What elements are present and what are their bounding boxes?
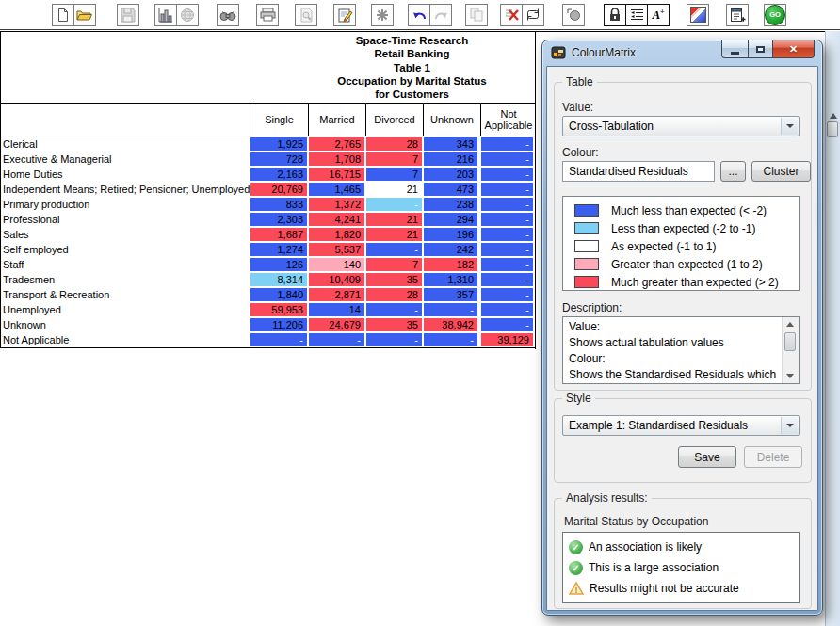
chevron-down-icon[interactable] <box>781 417 798 434</box>
table-cell[interactable]: - <box>250 333 307 346</box>
description-scrollbar[interactable] <box>782 317 799 383</box>
row-label[interactable]: Sales <box>3 227 29 242</box>
table-cell[interactable]: - <box>481 303 533 316</box>
row-label[interactable]: Self employed <box>3 242 69 257</box>
table-cell[interactable]: 728 <box>250 152 307 166</box>
desc-scroll-up-icon[interactable] <box>783 317 798 331</box>
close-button[interactable]: ✕ <box>772 40 815 58</box>
vertical-scrollbar[interactable] <box>825 31 840 626</box>
tools-button[interactable] <box>371 4 394 26</box>
table-cell[interactable]: 28 <box>366 288 422 301</box>
globe-button[interactable] <box>176 4 199 26</box>
table-cell[interactable]: 21 <box>366 213 422 226</box>
chevron-down-icon[interactable] <box>781 118 798 135</box>
new-document-button[interactable] <box>52 4 74 26</box>
colour-browse-button[interactable]: ... <box>720 161 746 182</box>
undo-button[interactable] <box>408 4 430 26</box>
table-cell[interactable]: 24,679 <box>309 318 364 331</box>
copy-button[interactable] <box>465 4 488 26</box>
table-cell[interactable]: - <box>309 333 364 346</box>
table-cell[interactable]: - <box>366 303 422 316</box>
row-label[interactable]: Staff <box>3 257 24 272</box>
table-cell[interactable]: 473 <box>424 183 477 196</box>
desc-scroll-down-icon[interactable] <box>783 369 798 383</box>
find-button[interactable] <box>217 4 239 26</box>
table-cell[interactable]: - <box>481 168 533 181</box>
table-cell[interactable]: 8,314 <box>250 273 307 286</box>
table-cell[interactable]: 2,765 <box>309 137 364 151</box>
table-cell[interactable]: 1,274 <box>250 243 307 256</box>
table-cell[interactable]: - <box>481 213 533 226</box>
delete-button[interactable]: Delete <box>744 446 802 468</box>
table-cell[interactable]: - <box>481 288 533 301</box>
table-cell[interactable]: 20,769 <box>250 183 307 196</box>
delete-selection-button[interactable] <box>500 4 523 26</box>
row-label[interactable]: Tradesmen <box>3 272 55 287</box>
save-button[interactable] <box>117 4 139 26</box>
table-cell[interactable]: 7 <box>366 152 422 166</box>
table-cell[interactable]: 203 <box>424 168 477 181</box>
table-cell[interactable]: 39,129 <box>481 333 533 346</box>
table-cell[interactable]: - <box>481 152 533 166</box>
lock-button[interactable] <box>604 4 626 26</box>
add-report-button[interactable] <box>726 4 749 26</box>
row-label[interactable]: Transport & Recreation <box>3 287 109 302</box>
table-cell[interactable]: - <box>424 303 477 316</box>
table-cell[interactable]: 21 <box>366 228 422 241</box>
table-cell[interactable]: 196 <box>424 228 477 241</box>
table-cell[interactable]: 28 <box>366 137 422 151</box>
cluster-button[interactable]: Cluster <box>751 161 811 182</box>
table-cell[interactable]: - <box>481 198 533 211</box>
table-cell[interactable]: - <box>366 333 422 346</box>
save-button[interactable]: Save <box>678 446 736 468</box>
desc-scroll-thumb[interactable] <box>784 332 796 351</box>
table-cell[interactable]: 16,715 <box>309 168 364 181</box>
table-cell[interactable]: 1,820 <box>309 228 364 241</box>
row-label[interactable]: Unemployed <box>3 302 61 317</box>
table-cell[interactable]: 2,303 <box>250 213 307 226</box>
colourmatrix-button[interactable] <box>687 4 709 26</box>
font-size-button[interactable]: A+ <box>647 4 670 26</box>
table-cell[interactable]: 1,687 <box>250 228 307 241</box>
table-cell[interactable]: 35 <box>366 273 422 286</box>
table-cell[interactable]: 242 <box>424 243 477 256</box>
table-cell[interactable]: - <box>481 273 533 286</box>
table-cell[interactable]: - <box>481 137 533 151</box>
column-header-married[interactable]: Married <box>308 104 365 136</box>
row-label[interactable]: Executive & Managerial <box>3 152 112 167</box>
table-cell[interactable]: 5,537 <box>309 243 364 256</box>
bar-chart-button[interactable] <box>154 4 177 26</box>
open-file-button[interactable] <box>73 4 96 26</box>
table-cell[interactable]: 21 <box>366 183 422 196</box>
row-label[interactable]: Home Duties <box>3 167 63 182</box>
table-cell[interactable]: 357 <box>424 288 477 301</box>
row-label[interactable]: Primary production <box>3 197 89 212</box>
table-cell[interactable]: 7 <box>366 258 422 271</box>
row-label[interactable]: Professional <box>3 212 60 227</box>
table-cell[interactable]: 38,942 <box>424 318 477 331</box>
minimize-button[interactable] <box>721 40 749 58</box>
table-cell[interactable]: - <box>481 183 533 196</box>
row-label[interactable]: Independent Means; Retired; Pensioner; U… <box>3 182 250 197</box>
table-cell[interactable]: 35 <box>366 318 422 331</box>
table-cell[interactable]: 2,871 <box>309 288 364 301</box>
column-header-single[interactable]: Single <box>250 104 308 136</box>
table-cell[interactable]: 1,925 <box>250 137 307 151</box>
maximize-button[interactable] <box>748 40 773 58</box>
transpose-table-button[interactable] <box>522 4 544 26</box>
dialog-titlebar[interactable]: ColourMatrix <box>551 45 636 60</box>
table-cell[interactable]: - <box>481 318 533 331</box>
table-cell[interactable]: 182 <box>424 258 477 271</box>
table-cell[interactable]: 14 <box>309 303 364 316</box>
table-cell[interactable]: 7 <box>366 168 422 181</box>
value-combobox[interactable]: Cross-Tabulation <box>562 116 800 136</box>
table-cell[interactable]: 238 <box>424 198 477 211</box>
print-preview-button[interactable] <box>295 4 317 26</box>
table-cell[interactable]: 4,241 <box>309 213 364 226</box>
table-cell[interactable]: 294 <box>424 213 477 226</box>
colour-field[interactable]: Standardised Residuals <box>562 161 715 182</box>
redo-button[interactable] <box>429 4 452 26</box>
row-label[interactable]: Unknown <box>3 317 46 332</box>
column-header-unknown[interactable]: Unknown <box>423 104 480 136</box>
table-cell[interactable]: 1,372 <box>309 198 364 211</box>
